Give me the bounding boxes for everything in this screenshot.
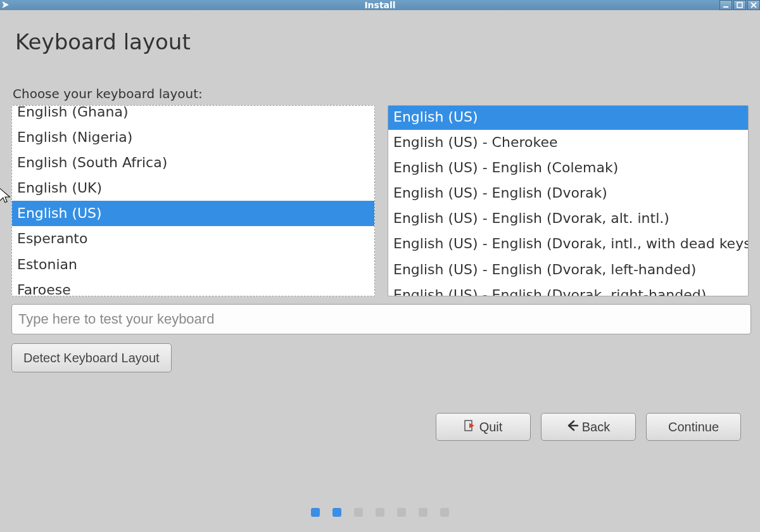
variant-list-item[interactable]: English (US) - English (Dvorak, alt. int… bbox=[388, 206, 748, 231]
progress-dot bbox=[419, 508, 428, 517]
app-menu-icon: ⮞ bbox=[2, 1, 9, 10]
back-label: Back bbox=[582, 420, 610, 434]
window-title: Install bbox=[364, 0, 395, 10]
layout-list-item[interactable]: English (Ghana) bbox=[12, 105, 374, 125]
layout-list[interactable]: English (Ghana)English (Nigeria)English … bbox=[11, 105, 375, 296]
back-button[interactable]: Back bbox=[541, 413, 636, 441]
layout-list-item[interactable]: English (Nigeria) bbox=[12, 125, 374, 150]
close-button[interactable] bbox=[747, 0, 760, 10]
detect-keyboard-button[interactable]: Detect Keyboard Layout bbox=[11, 343, 172, 372]
minimize-button[interactable] bbox=[719, 0, 732, 10]
variant-list-item[interactable]: English (US) - English (Dvorak, intl., w… bbox=[388, 231, 748, 256]
layout-list-item[interactable]: English (South Africa) bbox=[12, 150, 374, 175]
layout-list-item[interactable]: Faroese bbox=[12, 277, 374, 296]
layout-list-item[interactable]: Estonian bbox=[12, 252, 374, 277]
variant-list-item[interactable]: English (US) - English (Colemak) bbox=[388, 155, 748, 180]
maximize-button[interactable] bbox=[733, 0, 746, 10]
back-arrow-icon bbox=[567, 420, 578, 434]
svg-rect-1 bbox=[737, 3, 742, 8]
continue-label: Continue bbox=[668, 420, 719, 434]
progress-dot bbox=[397, 508, 406, 517]
progress-dot bbox=[311, 508, 320, 517]
variant-list-item[interactable]: English (US) - Cherokee bbox=[388, 130, 748, 155]
variant-list-item[interactable]: English (US) bbox=[388, 105, 748, 130]
progress-dot bbox=[332, 508, 341, 517]
quit-button[interactable]: Quit bbox=[436, 413, 531, 441]
progress-dots bbox=[0, 508, 760, 517]
variant-list-item[interactable]: English (US) - English (Dvorak) bbox=[388, 180, 748, 206]
window-controls bbox=[719, 0, 760, 10]
quit-icon bbox=[464, 420, 476, 434]
lists-container: English (Ghana)English (Nigeria)English … bbox=[11, 105, 749, 296]
layout-list-item[interactable]: English (US) bbox=[12, 201, 374, 226]
nav-buttons: Quit Back Continue bbox=[436, 413, 741, 441]
variant-list-item[interactable]: English (US) - English (Dvorak, right-ha… bbox=[388, 282, 748, 296]
quit-label: Quit bbox=[479, 420, 503, 434]
variant-list-item[interactable]: English (US) - English (Dvorak, left-han… bbox=[388, 257, 748, 282]
page-title: Keyboard layout bbox=[15, 29, 749, 54]
layout-list-item[interactable]: English (UK) bbox=[12, 175, 374, 201]
progress-dot bbox=[354, 508, 363, 517]
layout-list-item[interactable]: Esperanto bbox=[12, 226, 374, 251]
variant-list[interactable]: English (US)English (US) - CherokeeEngli… bbox=[388, 105, 749, 296]
keyboard-test-input[interactable] bbox=[11, 304, 751, 334]
content: Keyboard layout Choose your keyboard lay… bbox=[0, 10, 760, 372]
choose-label: Choose your keyboard layout: bbox=[13, 86, 749, 101]
continue-button[interactable]: Continue bbox=[646, 413, 741, 441]
titlebar-left: ⮞ bbox=[0, 0, 9, 10]
titlebar: ⮞ Install bbox=[0, 0, 760, 10]
progress-dot bbox=[376, 508, 384, 517]
progress-dot bbox=[440, 508, 449, 517]
